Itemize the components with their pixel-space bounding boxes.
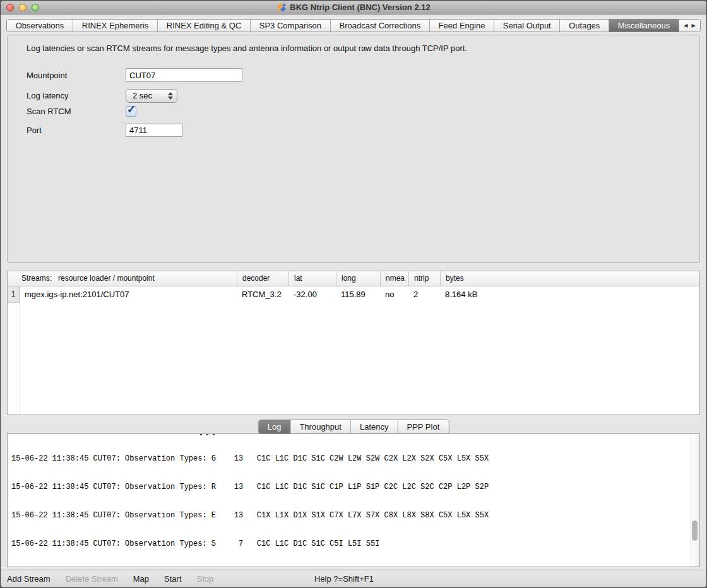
window-title-text: BKG Ntrip Client (BNC) Version 2.12 <box>290 3 430 12</box>
row-number-gutter <box>20 286 20 415</box>
help-shortcut-label[interactable]: Help ?=Shift+F1 <box>314 570 374 587</box>
titlebar: BKG Ntrip Client (BNC) Version 2.12 <box>1 1 706 15</box>
stream-long: 115.89 <box>336 286 380 303</box>
checkmark-icon: ✓ <box>127 103 136 116</box>
tab-miscellaneous[interactable]: Miscellaneous <box>609 20 679 32</box>
minimize-window-button[interactable] <box>19 4 27 11</box>
stepper-up-icon <box>168 92 173 95</box>
mountpoint-row: Mountpoint <box>27 68 242 82</box>
log-content[interactable]: 15-06-22 11:38:45 CUT07: Observation Typ… <box>11 435 688 567</box>
delete-stream-button: Delete Stream <box>66 574 118 584</box>
tab-serial-output[interactable]: Serial Output <box>494 20 559 32</box>
port-input[interactable] <box>126 124 182 137</box>
stop-button: Stop <box>197 574 214 584</box>
tab-scroll-left-icon[interactable]: ◀ <box>684 23 687 28</box>
scan-rtcm-label: Scan RTCM <box>27 107 126 116</box>
scan-rtcm-checkbox[interactable]: ✓ <box>126 106 136 117</box>
log-tab-bar: Log Throughput Latency PPP Plot <box>258 420 449 434</box>
stream-bytes: 8.164 kB <box>440 286 699 303</box>
log-scrollbar-thumb[interactable] <box>692 520 698 541</box>
log-line: 15-06-22 11:38:45 CUT07: Observation Typ… <box>11 539 688 549</box>
port-row: Port <box>27 123 182 137</box>
main-tab-bar: Observations RINEX Ephemeris RINEX Editi… <box>6 19 701 32</box>
header-mountpoint[interactable]: Streams: resource loader / mountpoint <box>8 271 237 286</box>
status-bar: Add Stream Delete Stream Map Start Stop … <box>1 570 706 587</box>
stream-ntrip: 2 <box>408 286 440 303</box>
stepper-down-icon <box>168 97 173 100</box>
start-button[interactable]: Start <box>164 574 181 584</box>
stream-row[interactable]: 1 mgex.igs-ip.net:2101/CUT07 RTCM_3.2 -3… <box>8 286 699 303</box>
log-line: 15-06-22 11:38:45 CUT07: Observation Typ… <box>11 483 688 492</box>
tab-latency[interactable]: Latency <box>350 420 398 433</box>
bnc-window: BKG Ntrip Client (BNC) Version 2.12 Obse… <box>0 0 707 588</box>
mountpoint-label: Mountpoint <box>27 71 126 80</box>
tab-log[interactable]: Log <box>259 420 290 433</box>
stream-mountpoint: mgex.igs-ip.net:2101/CUT07 <box>20 286 237 303</box>
tab-outages[interactable]: Outages <box>559 20 609 32</box>
stepper-arrows-icon <box>167 90 174 102</box>
stream-lat: -32.00 <box>288 286 336 303</box>
bnc-app-icon <box>276 3 287 13</box>
tab-scroll-arrows: ◀ ▶ <box>679 20 700 32</box>
miscellaneous-panel: Log latencies or scan RTCM streams for m… <box>7 35 700 263</box>
status-bar-buttons: Add Stream Delete Stream Map Start Stop <box>7 570 213 587</box>
tab-sp3-comparison[interactable]: SP3 Comparison <box>250 20 330 32</box>
tab-broadcast-corrections[interactable]: Broadcast Corrections <box>330 20 429 32</box>
tab-rinex-editing-qc[interactable]: RINEX Editing & QC <box>157 20 250 32</box>
stream-decoder: RTCM_3.2 <box>237 286 288 303</box>
tab-throughput[interactable]: Throughput <box>290 420 350 433</box>
streams-table: Streams: resource loader / mountpoint de… <box>7 271 700 415</box>
header-nmea[interactable]: nmea <box>380 271 408 286</box>
header-long[interactable]: long <box>336 271 380 286</box>
header-ntrip[interactable]: ntrip <box>408 271 440 286</box>
log-scrollbar[interactable] <box>690 434 699 567</box>
panel-description: Log latencies or scan RTCM streams for m… <box>27 44 687 53</box>
stream-row-number: 1 <box>8 286 20 303</box>
log-line: 15-06-22 11:38:45 CUT07: Observation Typ… <box>11 454 688 464</box>
header-lat[interactable]: lat <box>288 271 336 286</box>
log-latency-label: Log latency <box>27 91 126 100</box>
log-latency-value: 2 sec <box>133 91 152 100</box>
header-bytes[interactable]: bytes <box>440 271 699 286</box>
log-latency-row: Log latency 2 sec <box>27 88 177 103</box>
mountpoint-input[interactable] <box>126 68 242 82</box>
port-label: Port <box>27 126 126 135</box>
tab-feed-engine[interactable]: Feed Engine <box>429 20 494 32</box>
window-title: BKG Ntrip Client (BNC) Version 2.12 <box>276 3 430 13</box>
log-line: 15-06-22 11:38:45 CUT07: Observation Typ… <box>11 511 688 520</box>
stream-nmea: no <box>380 286 408 303</box>
streams-table-header: Streams: resource loader / mountpoint de… <box>8 271 699 286</box>
log-latency-select[interactable]: 2 sec <box>126 89 177 103</box>
add-stream-button[interactable]: Add Stream <box>7 574 50 584</box>
tab-scroll-right-icon[interactable]: ▶ <box>691 23 695 28</box>
zoom-window-button[interactable] <box>32 4 39 11</box>
scan-rtcm-row: Scan RTCM ✓ <box>27 105 136 117</box>
tab-rinex-ephemeris[interactable]: RINEX Ephemeris <box>73 20 157 32</box>
tab-ppp-plot[interactable]: PPP Plot <box>397 420 448 433</box>
log-panel: 15-06-22 11:38:45 CUT07: Observation Typ… <box>7 433 700 567</box>
close-window-button[interactable] <box>6 4 14 11</box>
tab-observations[interactable]: Observations <box>7 20 73 32</box>
header-decoder[interactable]: decoder <box>237 271 288 286</box>
map-button[interactable]: Map <box>133 574 149 584</box>
traffic-lights <box>6 4 39 11</box>
